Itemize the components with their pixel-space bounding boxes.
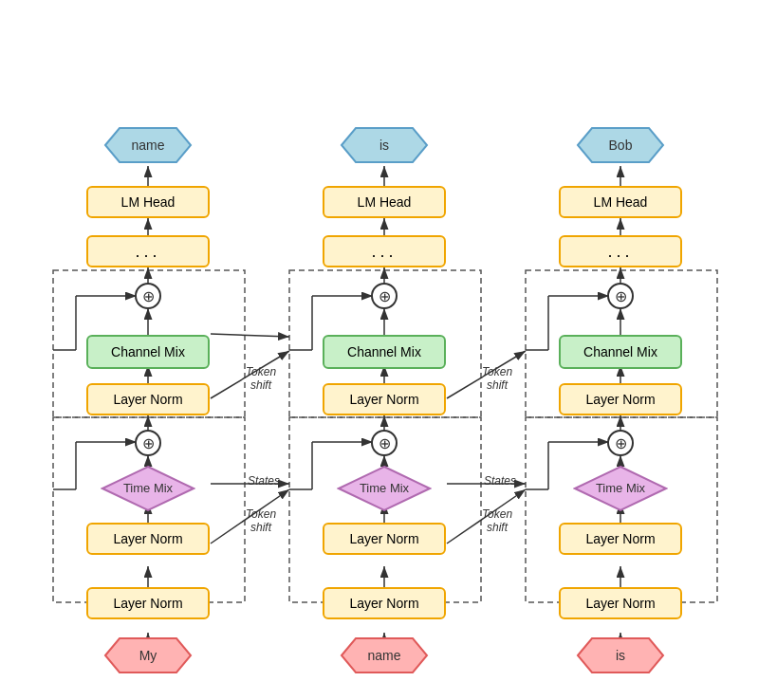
timemix-col2: Time Mix (337, 465, 432, 512)
circle-plus-bottom-col2: ⊕ (371, 430, 398, 456)
svg-text:name: name (131, 138, 164, 153)
input-hex-col3: is (568, 636, 673, 674)
layernorm1-col1: Layer Norm (86, 587, 210, 619)
svg-text:My: My (139, 648, 157, 663)
layernorm1-col2-label: Layer Norm (349, 596, 418, 611)
token-shift-label-1-channel: Token shift (228, 365, 294, 392)
channelmix-col2-label: Channel Mix (347, 344, 421, 359)
circle-plus-top-col3: ⊕ (607, 283, 634, 309)
dots-col3-label: ... (607, 242, 633, 262)
timemix-col3: Time Mix (573, 465, 668, 512)
svg-text:is: is (379, 138, 389, 153)
layernorm3-col3: Layer Norm (559, 383, 682, 415)
layernorm3-col1-label: Layer Norm (113, 392, 182, 407)
channelmix-col1-label: Channel Mix (111, 344, 185, 359)
token-shift-label-1-time: Token shift (228, 507, 294, 534)
layernorm1-col1-label: Layer Norm (113, 596, 182, 611)
output-hex-col1: name (96, 126, 200, 164)
circle-plus-top-col2: ⊕ (371, 283, 398, 309)
channelmix-col3-label: Channel Mix (583, 344, 657, 359)
circle-plus-bottom-col1: ⊕ (135, 430, 161, 456)
states-label-2: States (472, 474, 528, 488)
svg-text:Bob: Bob (609, 138, 633, 153)
token-shift-label-2-time: Token shift (464, 507, 530, 534)
dots-col2: ... (323, 235, 446, 267)
circle-plus-top-col1: ⊕ (135, 283, 161, 309)
lmhead-col2: LM Head (323, 186, 446, 218)
layernorm2-col1: Layer Norm (86, 523, 210, 555)
circle-plus-bottom-col3: ⊕ (607, 430, 634, 456)
timemix-col1: Time Mix (101, 465, 195, 512)
channelmix-col3: Channel Mix (559, 335, 682, 369)
layernorm1-col3-label: Layer Norm (585, 596, 655, 611)
lmhead-col3: LM Head (559, 186, 682, 218)
input-hex-col1: My (96, 636, 200, 674)
layernorm3-col3-label: Layer Norm (585, 392, 655, 407)
output-hex-col3: Bob (568, 126, 673, 164)
layernorm1-col3: Layer Norm (559, 587, 682, 619)
layernorm2-col3: Layer Norm (559, 523, 682, 555)
channelmix-col2: Channel Mix (323, 335, 446, 369)
input-hex-col2: name (332, 636, 436, 674)
lmhead-col2-label: LM Head (358, 194, 412, 210)
layernorm3-col2-label: Layer Norm (349, 392, 418, 407)
lmhead-col1-label: LM Head (121, 194, 176, 210)
svg-text:Time Mix: Time Mix (360, 481, 410, 495)
layernorm2-col3-label: Layer Norm (585, 531, 655, 546)
dots-col1-label: ... (135, 242, 160, 262)
svg-text:name: name (367, 648, 400, 663)
svg-text:Time Mix: Time Mix (123, 481, 174, 495)
output-hex-col2: is (332, 126, 436, 164)
lmhead-col3-label: LM Head (594, 194, 648, 210)
layernorm2-col2-label: Layer Norm (349, 531, 418, 546)
layernorm3-col2: Layer Norm (323, 383, 446, 415)
layernorm2-col2: Layer Norm (323, 523, 446, 555)
svg-line-60 (211, 334, 289, 337)
states-label-1: States (235, 474, 292, 488)
dots-col2-label: ... (371, 242, 397, 262)
svg-text:Time Mix: Time Mix (596, 481, 646, 495)
svg-text:is: is (616, 648, 625, 663)
dots-col3: ... (559, 235, 682, 267)
layernorm2-col1-label: Layer Norm (113, 531, 182, 546)
layernorm3-col1: Layer Norm (86, 383, 210, 415)
token-shift-label-2-channel: Token shift (464, 365, 530, 392)
lmhead-col1: LM Head (86, 186, 210, 218)
channelmix-col1: Channel Mix (86, 335, 210, 369)
layernorm1-col2: Layer Norm (323, 587, 446, 619)
diagram: name LM Head ... ⊕ Channel Mix Layer Nor… (0, 0, 777, 700)
dots-col1: ... (86, 235, 210, 267)
